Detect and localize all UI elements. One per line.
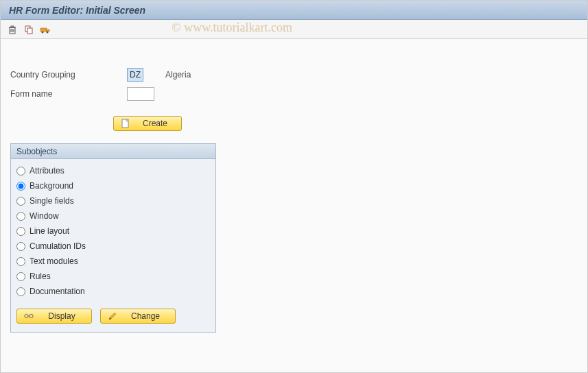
create-button-label: Create <box>136 119 174 128</box>
radio-background-input[interactable] <box>16 182 25 191</box>
create-button[interactable]: Create <box>113 116 182 131</box>
radio-attributes-label: Attributes <box>30 166 64 176</box>
subobjects-panel: Subobjects Attributes Background Single … <box>10 143 216 333</box>
svg-point-14 <box>25 314 28 317</box>
form-name-row: Form name <box>10 86 578 102</box>
radio-attributes[interactable]: Attributes <box>16 163 210 178</box>
radio-text-modules-label: Text modules <box>30 256 78 266</box>
radio-cumulation-ids-input[interactable] <box>16 242 25 251</box>
radio-text-modules-input[interactable] <box>16 257 25 266</box>
radio-rules-label: Rules <box>30 272 51 281</box>
svg-rect-5 <box>11 26 14 27</box>
content-area: Country Grouping DZ Algeria Form name Cr… <box>1 39 587 339</box>
country-grouping-label: Country Grouping <box>10 70 127 80</box>
country-grouping-input[interactable]: DZ <box>127 68 143 82</box>
toolbar <box>1 20 587 39</box>
radio-window[interactable]: Window <box>16 208 210 224</box>
copy-icon[interactable] <box>23 23 35 36</box>
country-name-text: Algeria <box>165 70 191 80</box>
radio-line-layout[interactable]: Line layout <box>16 224 210 239</box>
pencil-icon <box>108 311 117 321</box>
delete-icon[interactable] <box>6 23 19 36</box>
radio-single-fields-label: Single fields <box>30 196 74 206</box>
radio-attributes-input[interactable] <box>16 167 25 176</box>
svg-point-11 <box>47 31 49 33</box>
radio-documentation-input[interactable] <box>16 287 25 296</box>
svg-point-15 <box>30 314 33 317</box>
page-title: HR Form Editor: Initial Screen <box>9 5 145 16</box>
change-button[interactable]: Change <box>100 309 176 324</box>
radio-documentation-label: Documentation <box>30 287 85 296</box>
svg-rect-9 <box>47 29 49 32</box>
change-button-label: Change <box>123 311 168 321</box>
radio-cumulation-ids[interactable]: Cumulation IDs <box>16 239 210 254</box>
svg-point-10 <box>42 31 44 33</box>
form-name-input[interactable] <box>127 87 154 101</box>
radio-rules[interactable]: Rules <box>16 269 210 284</box>
radio-window-input[interactable] <box>16 212 25 221</box>
panel-buttons-row: Display Change <box>16 309 210 324</box>
subobjects-body: Attributes Background Single fields Wind… <box>11 159 215 332</box>
title-bar: HR Form Editor: Initial Screen <box>1 1 587 20</box>
svg-rect-8 <box>40 28 47 32</box>
create-button-row: Create <box>113 116 578 131</box>
transport-icon[interactable] <box>39 23 51 36</box>
country-grouping-row: Country Grouping DZ Algeria <box>10 67 578 83</box>
country-grouping-value: DZ <box>130 70 141 80</box>
radio-line-layout-label: Line layout <box>30 226 69 236</box>
display-button[interactable]: Display <box>16 309 92 324</box>
document-new-icon <box>121 119 130 128</box>
radio-documentation[interactable]: Documentation <box>16 284 210 299</box>
radio-cumulation-ids-label: Cumulation IDs <box>30 241 86 251</box>
display-button-label: Display <box>39 311 84 321</box>
radio-single-fields[interactable]: Single fields <box>16 193 210 208</box>
radio-line-layout-input[interactable] <box>16 227 25 236</box>
radio-single-fields-input[interactable] <box>16 197 25 206</box>
subobjects-header: Subobjects <box>11 144 215 159</box>
form-name-label: Form name <box>10 89 127 99</box>
radio-background[interactable]: Background <box>16 178 210 193</box>
radio-window-label: Window <box>30 211 59 221</box>
radio-rules-input[interactable] <box>16 272 25 281</box>
glasses-icon <box>24 311 34 321</box>
radio-text-modules[interactable]: Text modules <box>16 254 210 269</box>
radio-background-label: Background <box>30 181 73 191</box>
svg-rect-7 <box>27 28 32 34</box>
